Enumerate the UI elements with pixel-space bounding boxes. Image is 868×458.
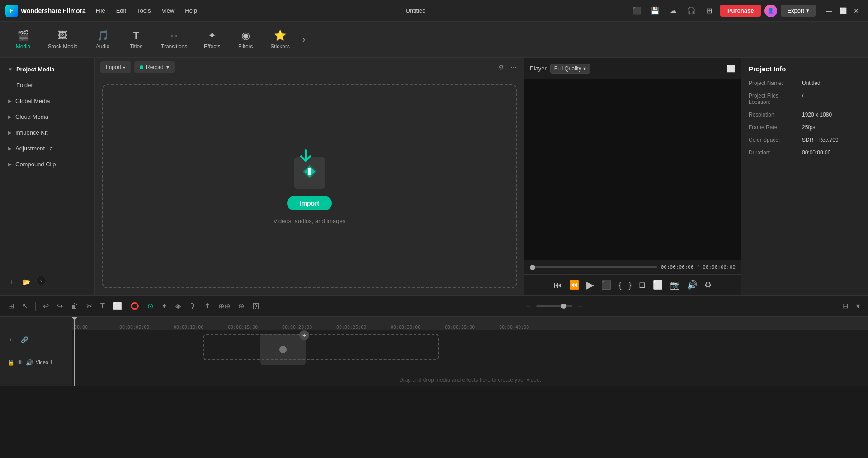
adjustment-layer-label: Adjustment La...: [15, 145, 58, 152]
filter-tool-button[interactable]: ⚙: [496, 62, 506, 73]
cut-button[interactable]: ✂: [84, 300, 95, 312]
sidebar-item-project-media[interactable]: ▼ Project Media: [2, 61, 93, 77]
timeline-select-button[interactable]: ↖: [19, 300, 31, 312]
sidebar-item-folder[interactable]: Folder: [2, 77, 93, 93]
sidebar-collapse-button[interactable]: ‹: [36, 276, 46, 285]
grid-options-button[interactable]: ▾: [854, 300, 863, 312]
minimize-button[interactable]: —: [823, 5, 835, 17]
play-button[interactable]: ▶: [585, 277, 596, 293]
ruler-mark-0: 00:00: [74, 325, 119, 330]
mark-in-button[interactable]: {: [617, 279, 623, 292]
tab-transitions[interactable]: ↔ Transitions: [154, 26, 194, 53]
tab-media[interactable]: 🎬 Media: [7, 26, 39, 53]
time-handle[interactable]: [530, 265, 535, 270]
skip-back-button[interactable]: ⏮: [552, 279, 564, 292]
text-button[interactable]: T: [98, 300, 108, 312]
menu-tools[interactable]: Tools: [132, 5, 155, 16]
time-slider[interactable]: [530, 266, 657, 268]
purchase-button[interactable]: Purchase: [720, 5, 761, 17]
sidebar-item-cloud-media[interactable]: ▶ Cloud Media: [2, 109, 93, 125]
clip-speed-button[interactable]: 🖼: [250, 300, 262, 312]
screen-icon[interactable]: ⬛: [630, 4, 644, 18]
audio-icon[interactable]: 🎧: [684, 4, 698, 18]
snapshot-button[interactable]: 📷: [668, 278, 682, 292]
close-button[interactable]: ✕: [850, 5, 863, 17]
global-media-label: Global Media: [15, 98, 50, 104]
video-track-audio-icon[interactable]: 🔊: [26, 359, 33, 366]
join-button[interactable]: ⊕: [236, 300, 247, 312]
settings-icon[interactable]: ⊞: [702, 4, 717, 18]
stop-button[interactable]: ⬛: [599, 278, 613, 292]
tab-titles[interactable]: T Titles: [120, 26, 152, 53]
tab-filters[interactable]: ◉ Filters: [230, 26, 261, 53]
new-project-media-button[interactable]: +: [5, 276, 18, 288]
tab-audio[interactable]: 🎵 Audio: [87, 26, 118, 53]
video-track-eye-icon[interactable]: 👁: [17, 359, 23, 366]
frame-back-button[interactable]: ⏪: [567, 278, 581, 292]
sidebar-item-compound-clip[interactable]: ▶ Compound Clip: [2, 156, 93, 172]
zoom-out-button[interactable]: −: [524, 300, 533, 312]
record-button[interactable]: Record ▾: [134, 61, 175, 73]
more-tool-button[interactable]: ⋯: [509, 62, 519, 73]
upload-icon[interactable]: ☁: [666, 4, 680, 18]
zoom-in-button[interactable]: +: [575, 300, 585, 312]
export-chevron-icon: ▾: [806, 7, 809, 14]
save-icon[interactable]: 💾: [648, 4, 662, 18]
effects-button[interactable]: ⭕: [127, 300, 142, 312]
timeline-drop-zone[interactable]: [203, 334, 439, 360]
frame-rate-label: Frame Rate:: [749, 124, 798, 131]
color-space-value: SDR - Rec.709: [802, 137, 839, 143]
fullscreen-button[interactable]: ⬜: [651, 278, 665, 292]
link-track-button[interactable]: 🔗: [18, 335, 31, 345]
sidebar-item-adjustment-layer[interactable]: ▶ Adjustment La...: [2, 140, 93, 156]
timeline-layout-button[interactable]: ⊞: [5, 300, 17, 312]
tab-stock-media[interactable]: 🖼 Stock Media: [41, 26, 85, 53]
menu-view[interactable]: View: [157, 5, 179, 16]
marker-button[interactable]: ◈: [173, 300, 184, 312]
tab-stickers[interactable]: ⭐ Stickers: [263, 26, 297, 53]
split-button[interactable]: ⊕⊕: [216, 300, 233, 312]
crop-button[interactable]: ⬜: [110, 300, 125, 312]
tl-separator-2: [267, 302, 267, 311]
sidebar-footer: + 📂 ‹: [0, 272, 94, 292]
video-track-lock-icon[interactable]: 🔒: [7, 359, 14, 366]
player-label: Player: [530, 65, 547, 72]
timeline-drop-text: Drag and drop media and effects here to …: [72, 376, 868, 383]
delete-button[interactable]: 🗑: [68, 300, 81, 312]
effects2-button[interactable]: ✦: [159, 300, 170, 312]
menu-edit[interactable]: Edit: [112, 5, 131, 16]
quality-select[interactable]: Full Quality ▾: [550, 64, 590, 74]
maximize-button[interactable]: ⬜: [836, 5, 849, 17]
ruler-mark-6: 00:00:30:00: [391, 325, 445, 330]
duration-label: Duration:: [749, 150, 798, 156]
sidebar-item-influence-kit[interactable]: ▶ Influence Kit: [2, 125, 93, 140]
add-track-button[interactable]: +: [6, 335, 15, 345]
toolbar-more-button[interactable]: ›: [299, 31, 309, 48]
zoom-handle[interactable]: [561, 304, 566, 309]
record-audio-button[interactable]: 🎙: [186, 300, 199, 312]
grid-view-button[interactable]: ⊟: [840, 300, 851, 312]
preview-expand-button[interactable]: ⬜: [726, 64, 736, 73]
volume-button[interactable]: 🔊: [685, 278, 699, 292]
drop-import-button[interactable]: Import: [287, 196, 332, 210]
undo-button[interactable]: ↩: [40, 300, 52, 312]
mark-out-button[interactable]: }: [627, 279, 633, 292]
preview-toolbar: Player Full Quality ▾ ⬜: [524, 58, 741, 79]
redo-button[interactable]: ↪: [54, 300, 66, 312]
media-drop-zone[interactable]: Import Videos, audios, and images: [102, 84, 517, 288]
clip-button[interactable]: ⊡: [637, 278, 647, 292]
filters-tab-label: Filters: [238, 43, 253, 50]
tab-effects[interactable]: ✦ Effects: [196, 26, 228, 53]
sidebar-item-global-media[interactable]: ▶ Global Media: [2, 93, 93, 109]
frame-rate-value: 25fps: [802, 124, 815, 131]
menu-file[interactable]: File: [91, 5, 110, 16]
transition-button[interactable]: ⬆: [202, 300, 213, 312]
user-avatar[interactable]: 👤: [764, 5, 777, 17]
open-folder-button[interactable]: 📂: [20, 276, 33, 288]
menu-help[interactable]: Help: [180, 5, 202, 16]
zoom-slider[interactable]: [536, 305, 572, 307]
import-button[interactable]: Import ▾: [100, 61, 131, 73]
export-button[interactable]: Export ▾: [781, 5, 816, 17]
more-preview-button[interactable]: ⚙: [703, 278, 713, 292]
playback-button[interactable]: ⊙: [145, 300, 156, 312]
